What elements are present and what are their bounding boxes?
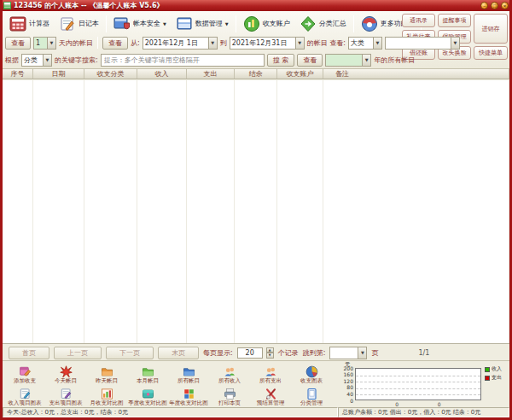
window-title: 123456 的个人账本 -- 《温馨个人账本 V5.6》 <box>14 1 164 10</box>
spinner-down-icon[interactable]: ▼ <box>266 353 274 359</box>
keyword-search-input[interactable] <box>101 54 265 67</box>
close-button[interactable]: × <box>501 2 509 9</box>
quick-button-contacts[interactable]: 通讯录 <box>402 14 435 27</box>
days-label: 天内的帐目 <box>59 38 93 48</box>
shortcut-all-records[interactable]: 所有帐目 <box>168 362 209 384</box>
column-header-2[interactable]: 收支分类 <box>84 69 137 79</box>
chevron-down-icon[interactable]: ▼ <box>373 38 381 49</box>
shortcut-label: 收支图表 <box>300 378 323 384</box>
quick-button-reminders[interactable]: 提醒事项 <box>438 14 471 27</box>
column-header-1[interactable]: 日期 <box>33 69 84 79</box>
last-page-button[interactable]: 末页 <box>158 347 199 359</box>
shortcut-monthly-compare[interactable]: 月收支对比图 <box>86 384 127 406</box>
column-header-6[interactable]: 收支账户 <box>277 69 323 79</box>
toolbar-separator <box>106 15 107 32</box>
toolbar-button-security[interactable]: 帐本安全▼ <box>111 15 169 33</box>
table-column <box>84 80 137 343</box>
toolbar-button-label: 帐本安全 <box>133 19 160 28</box>
from-date-picker[interactable]: 2021年12月 1日 ▼ <box>143 37 218 50</box>
per-page-input[interactable] <box>237 347 263 359</box>
shortcut-print[interactable]: 打印本页 <box>209 384 250 406</box>
shortcut-category-manage[interactable]: 分类管理 <box>291 384 332 406</box>
shortcut-expense-chart[interactable]: 支出项目图表 <box>45 384 86 406</box>
next-page-button[interactable]: 下一页 <box>106 347 154 359</box>
filter-row-search: 根据 分类 ▼ 的关键字搜索: 搜 索 查看 ▼ 年的所有帐目 <box>5 52 415 67</box>
column-header-7[interactable]: 备注 <box>323 69 509 79</box>
chevron-down-icon[interactable]: ▼ <box>47 38 55 49</box>
table-body[interactable] <box>3 80 509 344</box>
prev-page-button[interactable]: 上一页 <box>54 347 102 359</box>
shortcut-chart-pie[interactable]: 收支图表 <box>291 362 332 384</box>
shortcut-label: 分类管理 <box>300 400 323 406</box>
chart-plot-area <box>355 368 481 400</box>
shortcut-month[interactable]: 本月帐目 <box>127 362 168 384</box>
column-header-5[interactable]: 结余 <box>235 69 277 79</box>
table-column <box>3 80 33 343</box>
table-column <box>33 80 84 343</box>
shortcut-label: 所有帐目 <box>177 378 200 384</box>
chevron-down-icon[interactable]: ▼ <box>362 55 370 66</box>
year-select[interactable]: ▼ <box>325 54 371 67</box>
chevron-down-icon[interactable]: ▼ <box>43 55 51 66</box>
category-select[interactable]: 大类 ▼ <box>348 37 382 50</box>
chevron-down-icon[interactable]: ▼ <box>451 38 459 49</box>
toolbar-button-calculator[interactable]: 计算器 <box>7 15 52 33</box>
column-header-4[interactable]: 支出 <box>187 69 235 79</box>
y-tick-label: 160 <box>340 371 353 377</box>
column-header-3[interactable]: 收入 <box>137 69 187 79</box>
search-field-select[interactable]: 分类 ▼ <box>21 54 52 67</box>
bottom-bar: 添加收支今天帐目昨天帐目本月帐目所有帐目所有收入所有支出收支图表收入项目图表支出… <box>3 360 509 407</box>
table-column <box>187 80 235 343</box>
shortcut-yearly-compare[interactable]: 年度收支对比图 <box>168 384 209 406</box>
shortcut-label: 季度收支对比图 <box>128 400 167 406</box>
shortcut-income-chart[interactable]: 收入项目图表 <box>4 384 45 406</box>
shortcut-add-record[interactable]: 添加收支 <box>4 362 45 384</box>
quick-button-quick-menu[interactable]: 快捷菜单 <box>474 46 508 60</box>
toolbar-button-diary[interactable]: 日记本 <box>56 15 102 33</box>
per-page-spinner[interactable]: ▲ ▼ <box>266 347 274 359</box>
days-spinner[interactable]: 1 ▼ <box>33 37 56 50</box>
toolbar-button-label: 计算器 <box>29 19 49 28</box>
view-year-button[interactable]: 查看 <box>297 54 323 67</box>
search-prefix-label: 根据 <box>5 55 19 65</box>
chart-pie-icon <box>305 365 318 378</box>
table-column <box>323 80 509 343</box>
shortcut-quarterly-compare[interactable]: 季度收支对比图 <box>127 384 168 406</box>
shortcut-label: 预结算管理 <box>257 400 285 406</box>
toolbar-button-accounts[interactable]: 收支账户 <box>241 15 293 33</box>
subcategory-select[interactable]: ▼ <box>385 37 460 50</box>
shortcut-yesterday[interactable]: 昨天帐目 <box>86 362 127 384</box>
minimize-button[interactable]: － <box>480 2 488 9</box>
shortcut-label: 昨天帐目 <box>96 378 118 384</box>
chevron-down-icon[interactable]: ▼ <box>358 347 366 359</box>
quick-button-inventory[interactable]: 进销存 <box>474 14 508 44</box>
to-date-picker[interactable]: 2021年12月31日 ▼ <box>230 37 305 50</box>
shortcut-all-income[interactable]: 所有收入 <box>209 362 250 384</box>
diary-icon <box>59 15 76 32</box>
search-button[interactable]: 搜 索 <box>267 54 295 67</box>
column-header-0[interactable]: 序号 <box>3 69 33 79</box>
toolbar-button-data-manage[interactable]: 数据管理▼ <box>173 15 231 33</box>
toolbar-button-label: 收支账户 <box>263 19 290 28</box>
jump-page-select[interactable]: ▼ <box>329 347 367 359</box>
to-label: 到 <box>220 38 227 48</box>
shortcut-all-expense[interactable]: 所有支出 <box>250 362 291 384</box>
shortcut-budget[interactable]: 预结算管理 <box>250 384 291 406</box>
to-date-value: 2021年12月31日 <box>230 38 295 48</box>
view-days-button[interactable]: 查看 <box>5 37 31 50</box>
view-range-button[interactable]: 查看 <box>102 37 128 50</box>
shortcut-label: 月收支对比图 <box>90 400 124 406</box>
jump-label: 跳到第: <box>303 348 326 358</box>
legend-item-收入: 收入 <box>485 365 502 373</box>
first-page-button[interactable]: 首页 <box>9 347 49 359</box>
toolbar-button-summary[interactable]: 分类汇总 <box>297 15 349 33</box>
chevron-down-icon[interactable]: ▼ <box>208 38 217 49</box>
shortcut-label: 添加收支 <box>14 378 36 384</box>
maximize-button[interactable]: □ <box>491 2 498 9</box>
expense-chart-icon <box>60 388 73 400</box>
status-account-summary: 总账户余额：0元 借出：0元，借入：0元 结余：0元 <box>338 407 509 417</box>
chevron-down-icon: ▼ <box>225 21 229 26</box>
calculator-icon <box>9 15 26 32</box>
shortcut-today[interactable]: 今天帐目 <box>45 362 86 384</box>
chevron-down-icon[interactable]: ▼ <box>295 38 304 49</box>
